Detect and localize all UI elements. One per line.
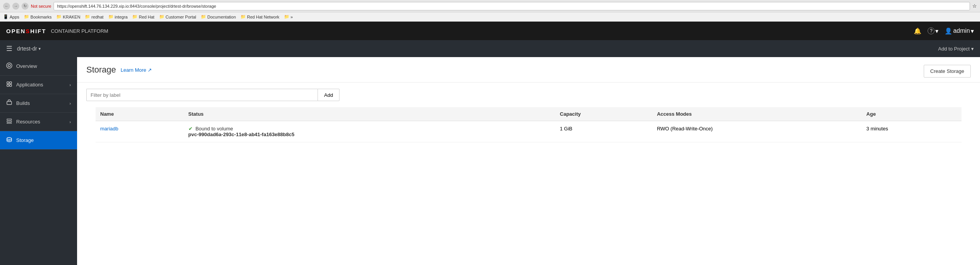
sidebar: Overview Applications › bbox=[0, 57, 77, 265]
main-layout: Overview Applications › bbox=[0, 57, 980, 265]
help-button[interactable]: ? ▾ bbox=[928, 27, 938, 35]
applications-icon bbox=[6, 81, 12, 88]
svg-rect-6 bbox=[7, 101, 12, 105]
external-link-icon: ↗ bbox=[148, 67, 152, 73]
col-age: Age bbox=[862, 107, 962, 121]
sidebar-item-label-overview: Overview bbox=[16, 63, 37, 69]
project-dropdown-button[interactable]: ▾ bbox=[39, 46, 41, 51]
add-label-button[interactable]: Add bbox=[318, 89, 340, 101]
add-to-project-label: Add to Project bbox=[938, 46, 970, 52]
page-title: Storage bbox=[86, 65, 116, 75]
bookmark-more[interactable]: 📁 » bbox=[284, 14, 293, 19]
table-row: mariadb ✔ Bound to volume pvc-990dad6a-2… bbox=[96, 121, 962, 142]
storage-table: Name Status Capacity Access Modes Age ma… bbox=[96, 107, 962, 142]
security-warning: Not secure bbox=[31, 4, 51, 8]
bookmark-documentation[interactable]: 📁 Documentation bbox=[201, 14, 236, 19]
col-status: Status bbox=[184, 107, 555, 121]
svg-rect-5 bbox=[10, 84, 12, 86]
resources-chevron: › bbox=[69, 120, 71, 124]
hamburger-button[interactable]: ☰ bbox=[6, 44, 12, 53]
user-icon: 👤 bbox=[945, 27, 952, 35]
table-body: mariadb ✔ Bound to volume pvc-990dad6a-2… bbox=[96, 121, 962, 142]
bookmarks-bar: 📱 Apps 📁 Bookmarks 📁 KRAKEN 📁 redhat 📁 i… bbox=[0, 12, 980, 22]
cell-capacity: 1 GiB bbox=[555, 121, 652, 142]
cell-status: ✔ Bound to volume pvc-990dad6a-293c-11e8… bbox=[184, 121, 555, 142]
svg-rect-7 bbox=[7, 119, 12, 120]
status-text: Bound to volume bbox=[195, 126, 233, 132]
star-icon[interactable]: ☆ bbox=[972, 3, 977, 9]
svg-rect-9 bbox=[7, 123, 12, 123]
builds-icon bbox=[6, 100, 12, 107]
user-dropdown-arrow: ▾ bbox=[971, 27, 974, 35]
svg-point-1 bbox=[8, 64, 10, 67]
content-area: Storage Learn More ↗ Create Storage Add … bbox=[77, 57, 980, 265]
table-header: Name Status Capacity Access Modes Age bbox=[96, 107, 962, 121]
top-nav-right: 🔔 ? ▾ 👤 admin ▾ bbox=[914, 27, 974, 35]
svg-point-10 bbox=[7, 138, 12, 140]
sidebar-item-builds[interactable]: Builds › bbox=[0, 94, 77, 113]
filter-bar: Add bbox=[77, 83, 980, 107]
user-menu-button[interactable]: 👤 admin ▾ bbox=[945, 27, 974, 35]
brand: OPENSHIFT CONTAINER PLATFORM bbox=[6, 28, 108, 34]
browser-chrome: ← → ↻ Not secure ☆ bbox=[0, 0, 980, 12]
storage-icon bbox=[6, 137, 12, 144]
sidebar-item-overview[interactable]: Overview bbox=[0, 57, 77, 76]
col-access-modes: Access Modes bbox=[652, 107, 862, 121]
add-to-project-button[interactable]: Add to Project ▾ bbox=[938, 46, 974, 52]
cell-name: mariadb bbox=[96, 121, 184, 142]
bookmark-redhat[interactable]: 📁 redhat bbox=[85, 14, 103, 19]
svg-rect-4 bbox=[7, 84, 9, 86]
forward-button[interactable]: → bbox=[12, 3, 19, 10]
second-nav: ☰ drtest-dr ▾ Add to Project ▾ bbox=[0, 40, 980, 57]
create-storage-button[interactable]: Create Storage bbox=[924, 65, 971, 78]
svg-rect-2 bbox=[7, 82, 9, 84]
sidebar-item-applications[interactable]: Applications › bbox=[0, 76, 77, 94]
overview-icon bbox=[6, 62, 12, 70]
refresh-button[interactable]: ↻ bbox=[22, 3, 29, 10]
storage-name-link[interactable]: mariadb bbox=[100, 126, 118, 132]
brand-subtitle: CONTAINER PLATFORM bbox=[51, 28, 108, 34]
project-name: drtest-dr ▾ bbox=[17, 46, 41, 52]
applications-chevron: › bbox=[69, 83, 71, 87]
add-to-project-dropdown-arrow: ▾ bbox=[971, 46, 974, 52]
bookmark-customer-portal[interactable]: 📁 Customer Portal bbox=[159, 14, 196, 19]
help-dropdown-arrow: ▾ bbox=[935, 27, 938, 35]
sidebar-item-label-builds: Builds bbox=[16, 100, 30, 106]
col-capacity: Capacity bbox=[555, 107, 652, 121]
bookmark-integra[interactable]: 📁 integra bbox=[108, 14, 128, 19]
bookmark-rhn[interactable]: 📁 Red Hat Network bbox=[240, 14, 279, 19]
sidebar-item-resources[interactable]: Resources › bbox=[0, 113, 77, 131]
bookmark-kraken[interactable]: 📁 KRAKEN bbox=[56, 14, 80, 19]
learn-more-link[interactable]: Learn More ↗ bbox=[121, 67, 152, 73]
bookmark-bookmarks[interactable]: 📁 Bookmarks bbox=[24, 14, 52, 19]
svg-rect-8 bbox=[7, 121, 12, 122]
top-nav: OPENSHIFT CONTAINER PLATFORM 🔔 ? ▾ 👤 adm… bbox=[0, 22, 980, 40]
filter-input[interactable] bbox=[86, 89, 318, 101]
cell-access-modes: RWO (Read-Write-Once) bbox=[652, 121, 862, 142]
volume-id: pvc-990dad6a-293c-11e8-ab41-fa163e88b8c5 bbox=[188, 132, 294, 137]
question-icon: ? bbox=[928, 27, 935, 34]
resources-icon bbox=[6, 118, 12, 125]
notifications-button[interactable]: 🔔 bbox=[914, 27, 921, 35]
bell-icon: 🔔 bbox=[914, 27, 921, 35]
cell-age: 3 minutes bbox=[862, 121, 962, 142]
sidebar-item-label-storage: Storage bbox=[16, 137, 34, 143]
svg-rect-3 bbox=[10, 82, 12, 84]
content-header: Storage Learn More ↗ Create Storage bbox=[77, 57, 980, 83]
username-label: admin bbox=[953, 27, 970, 34]
table-container: Name Status Capacity Access Modes Age ma… bbox=[77, 107, 980, 142]
builds-chevron: › bbox=[69, 101, 71, 106]
svg-point-0 bbox=[7, 63, 12, 68]
sidebar-item-storage[interactable]: Storage bbox=[0, 131, 77, 150]
sidebar-item-label-resources: Resources bbox=[16, 119, 40, 125]
sidebar-item-label-applications: Applications bbox=[16, 82, 43, 88]
col-name: Name bbox=[96, 107, 184, 121]
brand-logo: OPENSHIFT bbox=[6, 28, 46, 34]
second-nav-left: ☰ drtest-dr ▾ bbox=[6, 44, 41, 53]
back-button[interactable]: ← bbox=[3, 3, 10, 10]
bookmark-apps[interactable]: 📱 Apps bbox=[3, 14, 19, 19]
add-to-project-container: Add to Project ▾ bbox=[938, 46, 974, 52]
title-area: Storage Learn More ↗ bbox=[86, 65, 152, 75]
url-bar[interactable] bbox=[54, 2, 970, 10]
bookmark-redhat2[interactable]: 📁 Red Hat bbox=[132, 14, 154, 19]
